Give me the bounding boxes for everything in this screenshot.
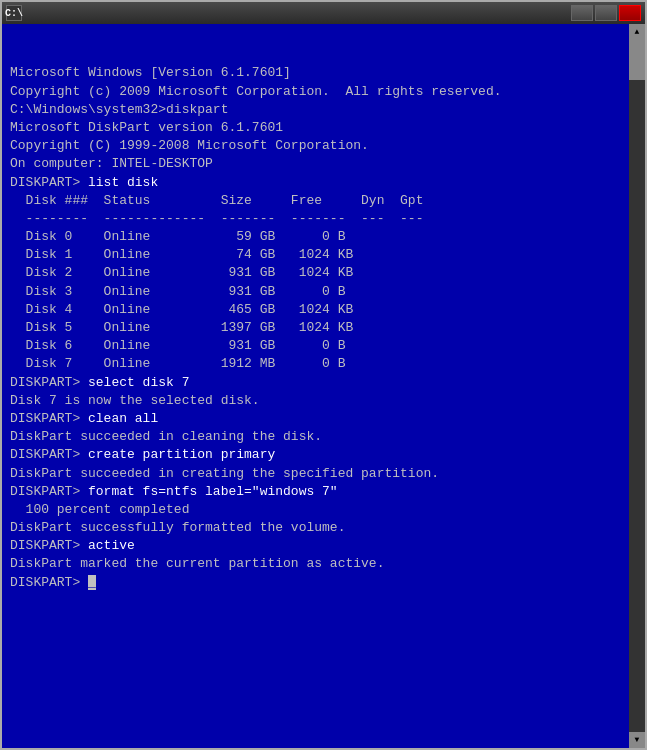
console-line: C:\Windows\system32>diskpart	[10, 101, 619, 119]
console-line: DISKPART> format fs=ntfs label="windows …	[10, 483, 619, 501]
console-line: On computer: INTEL-DESKTOP	[10, 155, 619, 173]
console-line: Disk 7 Online 1912 MB 0 B	[10, 355, 619, 373]
console-line: Copyright (c) 2009 Microsoft Corporation…	[10, 83, 619, 101]
console-line: DISKPART> list disk	[10, 174, 619, 192]
console-line: DISKPART> active	[10, 537, 619, 555]
console-line: Disk 2 Online 931 GB 1024 KB	[10, 264, 619, 282]
console-line: Disk 4 Online 465 GB 1024 KB	[10, 301, 619, 319]
minimize-button[interactable]	[571, 5, 593, 21]
scroll-down-arrow[interactable]: ▼	[629, 732, 645, 748]
console-line: DiskPart succeeded in cleaning the disk.	[10, 428, 619, 446]
console-line: Copyright (C) 1999-2008 Microsoft Corpor…	[10, 137, 619, 155]
console-line: DiskPart marked the current partition as…	[10, 555, 619, 573]
console-line: Microsoft Windows [Version 6.1.7601]	[10, 64, 619, 82]
scrollbar[interactable]: ▲ ▼	[629, 24, 645, 748]
console-line: -------- ------------- ------- ------- -…	[10, 210, 619, 228]
console-line: DISKPART> _	[10, 574, 619, 592]
window-controls	[571, 5, 641, 21]
console-line: Microsoft DiskPart version 6.1.7601	[10, 119, 619, 137]
console-line: Disk ### Status Size Free Dyn Gpt	[10, 192, 619, 210]
console-line: DISKPART> create partition primary	[10, 446, 619, 464]
console-line: Disk 5 Online 1397 GB 1024 KB	[10, 319, 619, 337]
console-line: DISKPART> select disk 7	[10, 374, 619, 392]
console-line: Disk 0 Online 59 GB 0 B	[10, 228, 619, 246]
maximize-button[interactable]	[595, 5, 617, 21]
titlebar: C:\	[2, 2, 645, 24]
console-line: 100 percent completed	[10, 501, 619, 519]
console-line: Disk 6 Online 931 GB 0 B	[10, 337, 619, 355]
console-line: DiskPart successfully formatted the volu…	[10, 519, 619, 537]
close-button[interactable]	[619, 5, 641, 21]
window: C:\ Microsoft Windows [Version 6.1.7601]…	[0, 0, 647, 750]
console-content: Microsoft Windows [Version 6.1.7601]Copy…	[10, 64, 637, 591]
scroll-thumb[interactable]	[629, 40, 645, 80]
console-area[interactable]: Microsoft Windows [Version 6.1.7601]Copy…	[2, 24, 645, 748]
cmd-icon: C:\	[6, 5, 22, 21]
scroll-track[interactable]	[629, 40, 645, 732]
console-line: DiskPart succeeded in creating the speci…	[10, 465, 619, 483]
console-line: DISKPART> clean all	[10, 410, 619, 428]
scroll-up-arrow[interactable]: ▲	[629, 24, 645, 40]
console-line: Disk 3 Online 931 GB 0 B	[10, 283, 619, 301]
console-line: Disk 7 is now the selected disk.	[10, 392, 619, 410]
titlebar-left: C:\	[6, 5, 26, 21]
console-line: Disk 1 Online 74 GB 1024 KB	[10, 246, 619, 264]
